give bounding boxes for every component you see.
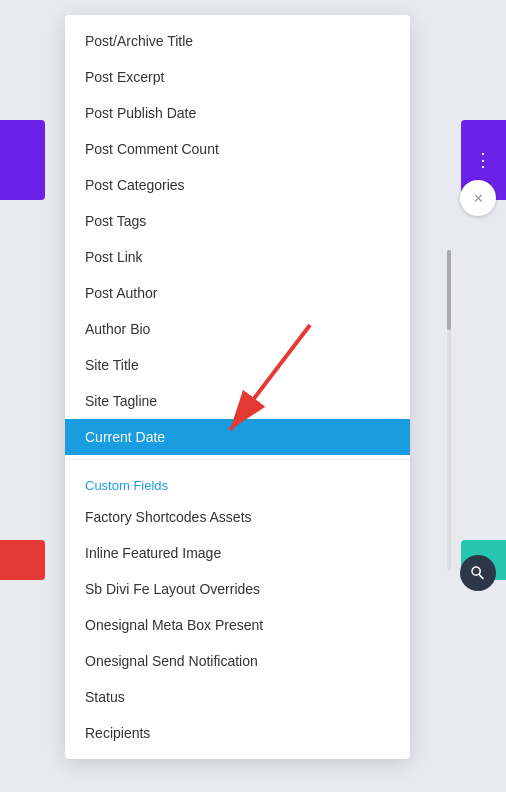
menu-item-sb-divi-fe[interactable]: Sb Divi Fe Layout Overrides xyxy=(65,571,410,607)
menu-item-post-archive-title[interactable]: Post/Archive Title xyxy=(65,23,410,59)
menu-item-recipients[interactable]: Recipients xyxy=(65,715,410,751)
menu-item-post-tags[interactable]: Post Tags xyxy=(65,203,410,239)
menu-item-post-publish-date[interactable]: Post Publish Date xyxy=(65,95,410,131)
settings-icon xyxy=(469,564,487,582)
menu-item-post-author[interactable]: Post Author xyxy=(65,275,410,311)
custom-fields-label: Custom Fields xyxy=(65,464,410,499)
menu-item-post-comment-count[interactable]: Post Comment Count xyxy=(65,131,410,167)
purple-sidebar-left xyxy=(0,120,45,200)
menu-item-inline-featured-image[interactable]: Inline Featured Image xyxy=(65,535,410,571)
dropdown-panel: Post/Archive Title Post Excerpt Post Pub… xyxy=(65,15,410,759)
menu-item-factory-shortcodes[interactable]: Factory Shortcodes Assets xyxy=(65,499,410,535)
red-sidebar-left xyxy=(0,540,45,580)
section-divider xyxy=(65,459,410,460)
scrollbar-thumb[interactable] xyxy=(447,250,451,330)
menu-item-onesignal-meta[interactable]: Onesignal Meta Box Present xyxy=(65,607,410,643)
menu-item-onesignal-send[interactable]: Onesignal Send Notification xyxy=(65,643,410,679)
menu-item-post-link[interactable]: Post Link xyxy=(65,239,410,275)
menu-item-post-categories[interactable]: Post Categories xyxy=(65,167,410,203)
menu-item-status[interactable]: Status xyxy=(65,679,410,715)
menu-item-author-bio[interactable]: Author Bio xyxy=(65,311,410,347)
menu-item-site-tagline[interactable]: Site Tagline xyxy=(65,383,410,419)
menu-item-post-excerpt[interactable]: Post Excerpt xyxy=(65,59,410,95)
dots-icon: ⋮ xyxy=(474,149,494,171)
menu-item-site-title[interactable]: Site Title xyxy=(65,347,410,383)
menu-item-current-date[interactable]: Current Date xyxy=(65,419,410,455)
settings-button[interactable] xyxy=(460,555,496,591)
scrollbar-track[interactable] xyxy=(447,250,451,570)
close-icon: ✕ xyxy=(473,191,484,206)
close-button-right[interactable]: ✕ xyxy=(460,180,496,216)
